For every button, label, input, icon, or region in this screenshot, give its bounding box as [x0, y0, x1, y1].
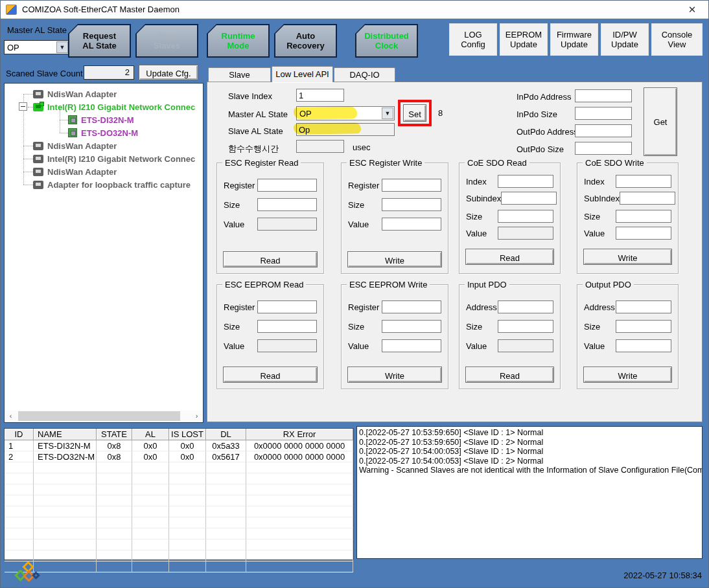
- adapter-tree[interactable]: NdisWan Adapter Intel(R) I210 Gigabit Ne…: [4, 83, 203, 423]
- scroll-right-icon[interactable]: ›: [191, 411, 202, 422]
- log-config-button[interactable]: LOGConfig: [449, 23, 497, 56]
- size-input[interactable]: [616, 320, 671, 333]
- scroll-left-icon[interactable]: ‹: [5, 411, 16, 422]
- tab-daq-io[interactable]: DAQ-IO: [334, 67, 395, 82]
- tab-slave-information[interactable]: Slave Infomation: [208, 67, 271, 82]
- register-input[interactable]: [257, 179, 317, 192]
- button-label: Update: [510, 40, 537, 49]
- table-row[interactable]: 2 ETS-DO32N-M 0x8 0x0 0x0 0x5617 0x0000 …: [5, 451, 353, 462]
- column-header[interactable]: RX Error: [246, 429, 353, 440]
- tree-item-intel-active[interactable]: Intel(R) I210 Gigabit Network Connec: [5, 100, 203, 113]
- size-input[interactable]: [257, 320, 317, 333]
- table-row[interactable]: 1 ETS-DI32N-M 0x8 0x0 0x0 0x5a33 0x0000 …: [5, 440, 353, 451]
- eeprom-update-button[interactable]: EEPROMUpdate: [500, 23, 548, 56]
- scan-slaves-button[interactable]: ScanSlaves: [135, 24, 198, 58]
- column-header[interactable]: NAME: [34, 429, 97, 440]
- tab-low-level-api[interactable]: Low Level API: [272, 66, 333, 82]
- field-label: Size: [466, 212, 482, 221]
- distributed-clock-button[interactable]: DistributedClock: [355, 24, 418, 58]
- button-label: Recovery: [286, 41, 325, 51]
- read-button[interactable]: Read: [223, 367, 318, 383]
- write-button[interactable]: Write: [347, 251, 442, 267]
- inpdo-address-input[interactable]: [575, 89, 632, 102]
- scaned-slave-count-label: Scaned Slave Count: [6, 69, 83, 78]
- dropdown-arrow-icon[interactable]: ▼: [382, 107, 393, 119]
- button-label: Auto: [296, 31, 316, 41]
- value-input[interactable]: [382, 339, 441, 352]
- value-input[interactable]: [616, 227, 671, 240]
- event-log[interactable]: 0.[2022-05-27 10:53:59:650] <Slave ID : …: [356, 426, 703, 559]
- idpw-update-button[interactable]: ID/PWUpdate: [601, 23, 649, 56]
- column-header[interactable]: DL: [206, 429, 246, 440]
- write-button[interactable]: Write: [583, 367, 672, 383]
- field-label: Value: [466, 229, 487, 238]
- usec-unit-label: usec: [353, 142, 370, 152]
- group-title: Input PDO: [465, 280, 509, 289]
- tree-item-loopback[interactable]: Adapter for loopback traffic capture: [5, 178, 203, 191]
- cell-islost: 0x0: [169, 440, 206, 451]
- network-adapter-icon: [33, 181, 43, 189]
- column-header[interactable]: IS LOST: [169, 429, 206, 440]
- size-input[interactable]: [498, 210, 553, 223]
- register-input[interactable]: [257, 300, 317, 313]
- write-button[interactable]: Write: [583, 249, 672, 265]
- inpdo-size-label: InPdo Size: [517, 109, 557, 119]
- read-button[interactable]: Read: [465, 249, 554, 265]
- slave-index-input[interactable]: [296, 89, 344, 102]
- field-label: Value: [224, 220, 244, 229]
- column-header[interactable]: AL: [132, 429, 169, 440]
- index-input[interactable]: [616, 175, 671, 188]
- table-empty-row: [5, 528, 353, 539]
- console-view-button[interactable]: ConsoleView: [651, 23, 703, 56]
- size-input[interactable]: [382, 320, 441, 333]
- scroll-thumb[interactable]: [18, 411, 180, 421]
- app-icon: [6, 5, 17, 15]
- firmware-update-button[interactable]: FirmwareUpdate: [550, 23, 598, 56]
- column-header[interactable]: ID: [5, 429, 34, 440]
- address-input[interactable]: [616, 300, 671, 313]
- exec-time-label: 함수수행시간: [228, 143, 279, 155]
- subindex-input[interactable]: [501, 192, 557, 205]
- tree-item-ets-di32n[interactable]: ETS-DI32N-M: [5, 113, 203, 126]
- outpdo-address-input[interactable]: [575, 124, 632, 137]
- register-input[interactable]: [382, 300, 441, 313]
- master-al-state-dropdown[interactable]: OP ▼: [4, 40, 69, 54]
- update-cfg-button[interactable]: Update Cfg.: [139, 65, 198, 80]
- group-esc-register-write: ESC Register Write Register Size Value W…: [341, 163, 448, 274]
- index-input[interactable]: [498, 175, 553, 188]
- size-input[interactable]: [498, 320, 553, 333]
- tree-item-ndiswan-1[interactable]: NdisWan Adapter: [5, 87, 203, 100]
- dropdown-arrow-icon[interactable]: ▼: [56, 41, 68, 53]
- log-line: 0.[2022-05-27 10:54:00:053] <Slave ID : …: [359, 457, 702, 466]
- inpdo-size-input[interactable]: [575, 107, 632, 120]
- collapse-icon[interactable]: [19, 102, 27, 111]
- button-label: AL State: [82, 41, 117, 51]
- tree-item-ndiswan-2[interactable]: NdisWan Adapter: [5, 139, 203, 152]
- request-al-state-button[interactable]: RequestAL State: [68, 24, 131, 58]
- write-button[interactable]: Write: [347, 367, 442, 383]
- get-button[interactable]: Get: [644, 87, 677, 156]
- read-button[interactable]: Read: [465, 367, 554, 383]
- group-title: Output PDO: [583, 280, 634, 289]
- cell-rxerror: 0x0000 0000 0000 0000: [246, 451, 353, 462]
- auto-recovery-button[interactable]: AutoRecovery: [274, 24, 337, 58]
- tree-horizontal-scrollbar[interactable]: ‹ ›: [5, 411, 202, 422]
- runtime-mode-button[interactable]: RuntimeMode: [207, 24, 270, 58]
- tree-item-ndiswan-3[interactable]: NdisWan Adapter: [5, 165, 203, 178]
- column-header[interactable]: STATE: [97, 429, 132, 440]
- outpdo-size-input[interactable]: [575, 142, 632, 155]
- slave-status-table[interactable]: ID NAME STATE AL IS LOST DL RX Error 1 E…: [4, 428, 354, 560]
- subindex-input[interactable]: [620, 192, 675, 205]
- size-input[interactable]: [257, 198, 317, 211]
- tree-item-intel-2[interactable]: Intel(R) I210 Gigabit Network Connec: [5, 152, 203, 165]
- value-input[interactable]: [616, 339, 671, 352]
- address-input[interactable]: [498, 300, 553, 313]
- read-button[interactable]: Read: [223, 251, 318, 267]
- size-input[interactable]: [616, 210, 671, 223]
- value-input[interactable]: [382, 218, 441, 231]
- register-input[interactable]: [382, 179, 441, 192]
- close-button[interactable]: ✕: [685, 3, 699, 17]
- tree-item-ets-do32n[interactable]: ETS-DO32N-M: [5, 126, 203, 139]
- slave-chip-icon: [68, 115, 77, 124]
- size-input[interactable]: [382, 198, 441, 211]
